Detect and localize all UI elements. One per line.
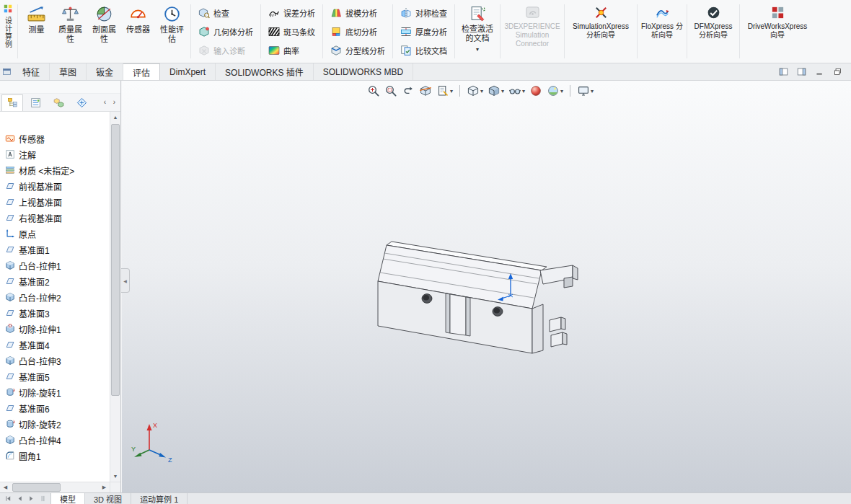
ribbon-button-mass-properties[interactable]: 质量属性: [53, 0, 87, 63]
scrollbar-thumb[interactable]: [12, 483, 61, 492]
tree-item-boss-extrude[interactable]: 凸台-拉伸1: [0, 257, 110, 273]
command-tab-4[interactable]: DimXpert: [160, 63, 216, 80]
hud-previous-view-button[interactable]: [400, 83, 416, 99]
hud-section-view-button[interactable]: [418, 83, 433, 99]
tree-item-plane[interactable]: 基准面2: [0, 273, 110, 289]
manager-tabs-scroll-right[interactable]: ›: [110, 99, 119, 106]
ribbon-button-simulationxpress[interactable]: SimulationXpress 分析向导: [566, 0, 635, 63]
scrollbar-track[interactable]: [11, 482, 99, 492]
scroll-right-icon[interactable]: ▶: [99, 482, 110, 493]
ribbon-button-floxpress[interactable]: FloXpress 分析向导: [639, 0, 685, 63]
tree-item-plane[interactable]: 基准面1: [0, 242, 110, 257]
command-tab-1[interactable]: 草图: [50, 63, 87, 80]
tree-item-plane[interactable]: 前视基准面: [0, 178, 110, 194]
tree-item-cut-revolve[interactable]: 切除-旋转1: [0, 384, 110, 400]
hud-apply-scene-button[interactable]: ▾: [545, 83, 565, 99]
ribbon-button-measure[interactable]: 测量: [19, 0, 53, 63]
tree-item-boss-extrude[interactable]: 凸台-拉伸3: [0, 353, 110, 368]
ribbon-button-import-diagnostics[interactable]: 输入诊断: [194, 41, 257, 59]
tree-item-origin[interactable]: 原点: [0, 226, 110, 242]
model-3d[interactable]: [365, 229, 588, 363]
ribbon-button-undercut-analysis[interactable]: 底切分析: [326, 22, 389, 40]
tab-prev-button[interactable]: [14, 495, 25, 502]
scrollbar-track[interactable]: [110, 123, 120, 471]
tree-item-plane[interactable]: 基准面3: [0, 305, 110, 321]
hud-edit-appearance-button[interactable]: [528, 83, 544, 99]
design-study-button[interactable]: 设计算例: [0, 0, 16, 63]
tree-horizontal-scrollbar[interactable]: ◀ ▶: [0, 482, 120, 492]
tree-item-boss-extrude[interactable]: 凸台-拉伸2: [0, 289, 110, 305]
hud-zoom-to-area-button[interactable]: [383, 83, 399, 99]
ribbon-button-draft-analysis[interactable]: 拔模分析: [326, 4, 389, 22]
tree-item-annotations[interactable]: 注解: [0, 146, 110, 162]
tree-item-plane[interactable]: 基准面4: [0, 337, 110, 353]
ribbon-button-parting-line-analysis[interactable]: 分型线分析: [326, 41, 389, 59]
tree-item-fillet[interactable]: 圆角1: [0, 448, 110, 464]
ribbon-button-sensor[interactable]: 传感器: [121, 0, 155, 63]
ribbon-button-symmetry-check[interactable]: 对称检查: [396, 4, 451, 22]
pane-left-button[interactable]: [779, 67, 788, 76]
hud-view-orientation-button[interactable]: ▾: [465, 83, 485, 99]
tree-item-plane[interactable]: 右视基准面: [0, 210, 110, 226]
tree-item-sensors[interactable]: 传感器: [0, 131, 110, 146]
graphics-area[interactable]: ▾▾▾▾▾▾: [122, 81, 851, 492]
ribbon-button-driveworksxpress[interactable]: DriveWorksXpress 向导: [741, 0, 813, 63]
scroll-up-icon[interactable]: ▲: [110, 112, 121, 123]
tab-next-button[interactable]: [26, 495, 36, 502]
tree-item-cut-extrude[interactable]: 切除-拉伸1: [0, 321, 110, 337]
tree-item-plane[interactable]: 基准面5: [0, 368, 110, 384]
command-tab-3[interactable]: 评估: [123, 63, 160, 80]
command-tab-6[interactable]: SOLIDWORKS MBD: [314, 63, 413, 80]
manager-tab-dimxpertmanager[interactable]: [71, 94, 92, 111]
hud-display-style-button[interactable]: ▾: [486, 83, 506, 99]
command-tab-0[interactable]: 特征: [13, 63, 50, 80]
chevron-down-icon: ▾: [450, 88, 453, 94]
boss-extrude-icon: [5, 355, 15, 366]
ribbon-button-dfmxpress[interactable]: DFMXpress 分析向导: [689, 0, 738, 63]
tree-item-boss-extrude[interactable]: 凸台-拉伸4: [0, 432, 110, 448]
tree-item-material[interactable]: 材质 <未指定>: [0, 162, 110, 178]
restore-button[interactable]: [833, 67, 842, 76]
drawing-view-icon: [436, 84, 449, 97]
manager-tab-configurationmanager[interactable]: [48, 94, 69, 111]
scroll-left-icon[interactable]: ◀: [0, 482, 11, 493]
ribbon-button-check-entity[interactable]: 检查: [194, 4, 257, 22]
manager-tabs-scroll-left[interactable]: ‹: [100, 99, 110, 106]
scroll-down-icon[interactable]: ▼: [110, 471, 121, 482]
ribbon-button-deviation-analysis[interactable]: 误差分析: [264, 4, 319, 22]
scrollbar-thumb[interactable]: [111, 124, 120, 396]
tab-first-button[interactable]: [3, 495, 13, 502]
hud-view-settings-button[interactable]: ▾: [576, 83, 595, 99]
tree-item-plane[interactable]: 上视基准面: [0, 194, 110, 210]
panel-collapse-handle[interactable]: ◀: [121, 268, 130, 293]
ribbon-button-zebra-stripes[interactable]: 斑马条纹: [264, 22, 319, 40]
hud-drawing-view-button[interactable]: ▾: [435, 83, 454, 99]
orientation-triad[interactable]: X Y Z: [131, 418, 177, 464]
command-tab-5[interactable]: SOLIDWORKS 插件: [216, 63, 314, 80]
tree-item-cut-revolve[interactable]: 切除-旋转2: [0, 416, 110, 432]
manager-tab-featuremanager[interactable]: [1, 94, 23, 111]
command-tab-2[interactable]: 钣金: [87, 63, 123, 80]
check-active-document-button[interactable]: 检查激活的文档 ▾: [457, 0, 498, 63]
ribbon-button-compare-documents[interactable]: 比较文档: [396, 41, 451, 59]
hud-hide-show-items-button[interactable]: ▾: [507, 83, 526, 99]
ribbon-button-thickness-analysis[interactable]: 厚度分析: [396, 22, 451, 40]
tree-item-plane[interactable]: 基准面6: [0, 400, 110, 416]
pane-right-button[interactable]: [797, 67, 806, 76]
check-active-document-icon: [469, 5, 487, 23]
ribbon-button-section-properties[interactable]: 剖面属性: [87, 0, 121, 63]
tab-splitter-button[interactable]: [38, 495, 48, 502]
tree-vertical-scrollbar[interactable]: ▲ ▼: [110, 112, 120, 482]
hud-zoom-to-fit-button[interactable]: [366, 83, 382, 99]
command-manager-icon[interactable]: [0, 63, 13, 80]
document-tab-1[interactable]: 3D 视图: [85, 493, 131, 504]
document-tab-0[interactable]: 模型: [50, 493, 85, 504]
ribbon-button-label: 误差分析: [283, 7, 315, 19]
ribbon-button-performance-evaluation[interactable]: 性能评估: [155, 0, 189, 63]
ribbon-button-geometry-analysis[interactable]: 几何体分析: [194, 22, 257, 40]
manager-tab-propertymanager[interactable]: [25, 94, 46, 111]
minimize-button[interactable]: [815, 67, 824, 76]
document-tab-2[interactable]: 运动算例 1: [131, 493, 188, 504]
ribbon-button-curvature[interactable]: 曲率: [264, 41, 319, 59]
ribbon-button-threedexperience[interactable]: 3DEXPERIENCE Simulation Connector: [502, 0, 563, 63]
